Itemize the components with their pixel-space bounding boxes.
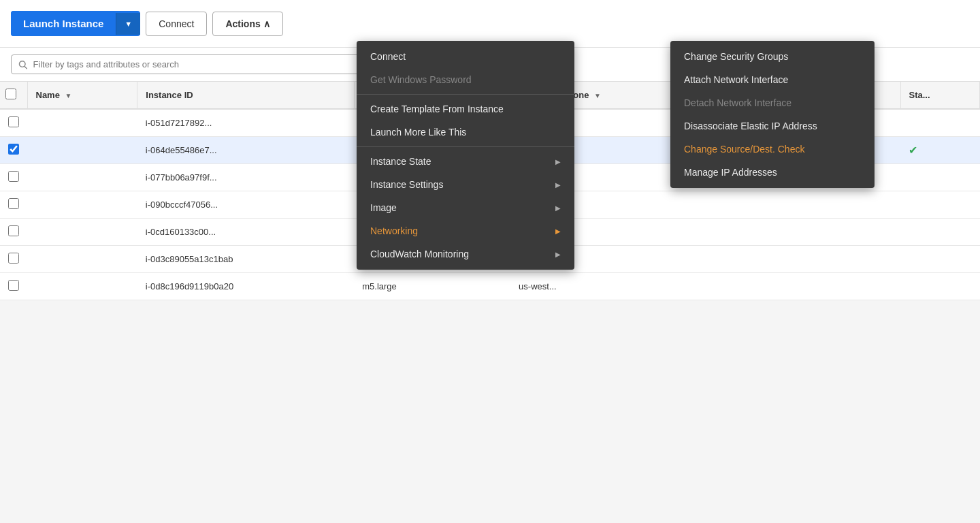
instance-id[interactable]: i-0cd160133c00...	[137, 219, 354, 246]
row-checkbox[interactable]	[8, 253, 19, 264]
submenu-item-disassociate-elastic-ip-address[interactable]: Disassociate Elastic IP Address	[670, 114, 875, 138]
instance-state	[716, 191, 900, 219]
dropdown-item-connect[interactable]: Connect	[357, 45, 574, 68]
actions-button[interactable]: Actions ∧	[212, 12, 282, 36]
dropdown-item-label: Image	[370, 202, 397, 213]
instance-name	[27, 137, 137, 164]
dropdown-item-create-template-from-instance[interactable]: Create Template From Instance	[357, 97, 574, 121]
launch-instance-label: Launch Instance	[11, 11, 116, 36]
submenu-arrow-icon: ▶	[555, 251, 561, 258]
az-sort-arrow: ▼	[594, 92, 601, 99]
instance-name	[27, 191, 137, 219]
dropdown-item-label: Instance Settings	[370, 179, 443, 190]
instance-name	[27, 246, 137, 273]
submenu-arrow-icon: ▶	[555, 158, 561, 165]
instance-id-column-header[interactable]: Instance ID	[137, 82, 354, 109]
launch-instance-button[interactable]: Launch Instance ▼	[11, 11, 140, 36]
connect-button[interactable]: Connect	[146, 12, 207, 36]
row-checkbox-cell[interactable]	[0, 164, 27, 191]
status-check	[900, 219, 979, 246]
row-checkbox[interactable]	[8, 171, 19, 182]
status-check-icon: ✔	[909, 144, 917, 156]
submenu-item-change-security-groups[interactable]: Change Security Groups	[670, 45, 875, 68]
submenu-arrow-icon: ▶	[555, 204, 561, 212]
instance-name	[27, 273, 137, 300]
networking-submenu: Change Security GroupsAttach Network Int…	[670, 41, 875, 188]
select-all-checkbox[interactable]	[5, 89, 16, 99]
row-checkbox-cell[interactable]	[0, 191, 27, 219]
instance-state	[716, 246, 900, 273]
instance-name	[27, 219, 137, 246]
dropdown-divider	[357, 146, 574, 147]
dropdown-item-instance-state[interactable]: Instance State▶	[357, 150, 574, 173]
status-column-header[interactable]: Sta...	[900, 82, 979, 109]
row-checkbox[interactable]	[8, 280, 19, 291]
name-sort-arrow: ▼	[65, 92, 72, 99]
row-checkbox-cell[interactable]	[0, 109, 27, 137]
dropdown-item-label: CloudWatch Monitoring	[370, 249, 469, 259]
submenu-item-change-source-dest-check[interactable]: Change Source/Dest. Check	[670, 138, 875, 161]
status-check	[900, 164, 979, 191]
row-checkbox-cell[interactable]	[0, 246, 27, 273]
launch-instance-dropdown-arrow[interactable]: ▼	[116, 13, 140, 35]
svg-line-1	[24, 66, 27, 68]
instance-state	[716, 273, 900, 300]
name-column-header[interactable]: Name ▼	[27, 82, 137, 109]
submenu-arrow-icon: ▶	[555, 227, 561, 235]
dropdown-item-launch-more-like-this[interactable]: Launch More Like This	[357, 121, 574, 144]
search-input[interactable]	[33, 59, 357, 69]
submenu-item-manage-ip-addresses[interactable]: Manage IP Addresses	[670, 161, 875, 184]
submenu-item-attach-network-interface[interactable]: Attach Network Interface	[670, 68, 875, 91]
dropdown-item-instance-settings[interactable]: Instance Settings▶	[357, 173, 574, 196]
instance-id[interactable]: i-077bb06a97f9f...	[137, 164, 354, 191]
instance-id[interactable]: i-0d8c196d9119b0a20	[137, 273, 354, 300]
actions-dropdown: ConnectGet Windows PasswordCreate Templa…	[357, 41, 574, 270]
submenu-item-detach-network-interface: Detach Network Interface	[670, 91, 875, 114]
status-check: ✔	[900, 137, 979, 164]
row-checkbox[interactable]	[8, 198, 19, 209]
dropdown-item-label: Launch More Like This	[370, 127, 466, 138]
row-checkbox[interactable]	[8, 144, 19, 155]
instance-type: m5.large	[354, 273, 510, 300]
row-checkbox[interactable]	[8, 116, 19, 127]
status-check	[900, 273, 979, 300]
select-all-header[interactable]	[0, 82, 27, 109]
row-checkbox-cell[interactable]	[0, 137, 27, 164]
dropdown-item-image[interactable]: Image▶	[357, 196, 574, 219]
search-input-wrap	[11, 54, 365, 74]
networking-submenu-container: Change Security GroupsAttach Network Int…	[670, 41, 875, 188]
submenu-arrow-icon: ▶	[555, 181, 561, 189]
actions-dropdown-menu: ConnectGet Windows PasswordCreate Templa…	[357, 41, 574, 270]
instance-id[interactable]: i-051d7217892...	[137, 109, 354, 137]
status-check	[900, 109, 979, 137]
row-checkbox[interactable]	[8, 225, 19, 236]
dropdown-item-label: Instance State	[370, 156, 431, 167]
instance-id[interactable]: i-0d3c89055a13c1bab	[137, 246, 354, 273]
instance-state	[716, 219, 900, 246]
dropdown-item-label: Create Template From Instance	[370, 104, 504, 114]
table-row[interactable]: i-0d8c196d9119b0a20m5.largeus-west...	[0, 273, 980, 300]
status-check	[900, 246, 979, 273]
search-icon	[18, 60, 27, 69]
dropdown-item-get-windows-password: Get Windows Password	[357, 68, 574, 91]
status-check	[900, 191, 979, 219]
instance-id[interactable]: i-090bcccf47056...	[137, 191, 354, 219]
row-checkbox-cell[interactable]	[0, 219, 27, 246]
instance-id[interactable]: i-064de55486e7...	[137, 137, 354, 164]
dropdown-item-cloudwatch-monitoring[interactable]: CloudWatch Monitoring▶	[357, 242, 574, 266]
instance-name	[27, 164, 137, 191]
dropdown-item-networking[interactable]: Networking▶	[357, 219, 574, 242]
availability-zone: us-west...	[510, 273, 716, 300]
dropdown-item-label: Networking	[370, 225, 418, 236]
dropdown-item-label: Connect	[370, 51, 406, 62]
instance-name	[27, 109, 137, 137]
dropdown-item-label: Get Windows Password	[370, 74, 472, 85]
dropdown-divider	[357, 94, 574, 95]
row-checkbox-cell[interactable]	[0, 273, 27, 300]
